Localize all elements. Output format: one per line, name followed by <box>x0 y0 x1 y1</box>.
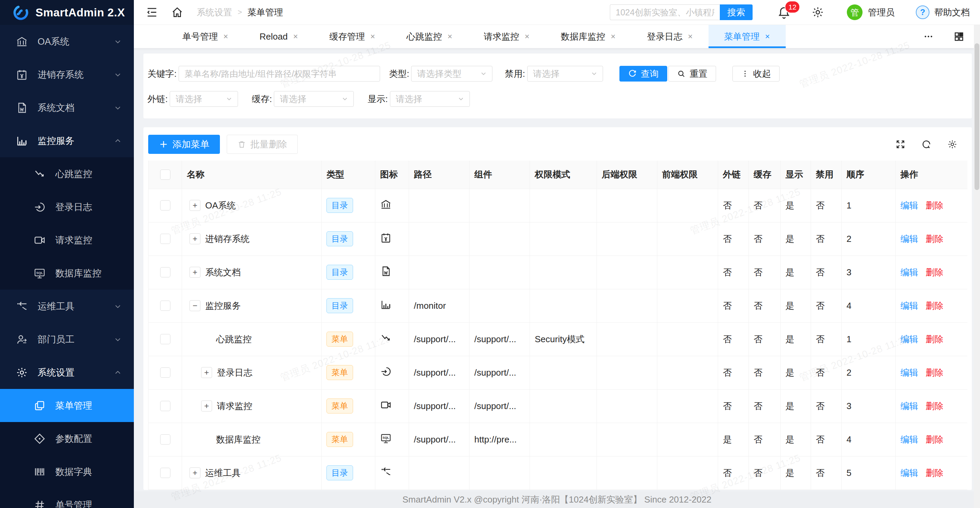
tab-heartbeat[interactable]: 心跳监控× <box>391 25 468 48</box>
type-tag: 菜单 <box>326 332 353 347</box>
sidebar-item-invoicing[interactable]: 进销存系统 <box>0 58 134 91</box>
keyword-input[interactable] <box>178 66 380 81</box>
row-checkbox[interactable] <box>160 300 170 311</box>
edit-link[interactable]: 编辑 <box>900 401 918 411</box>
close-icon[interactable]: × <box>447 32 452 41</box>
external-select[interactable]: 请选择 <box>170 91 238 107</box>
tab-cache-manage[interactable]: 缓存管理× <box>313 25 391 48</box>
type-tag: 目录 <box>326 265 353 280</box>
sidebar-item-settings[interactable]: 系统设置 <box>0 356 134 389</box>
delete-link[interactable]: 删除 <box>926 267 943 277</box>
settings-gear-icon[interactable] <box>811 6 824 19</box>
expand-toggle[interactable]: + <box>189 233 200 244</box>
fullscreen-icon[interactable] <box>895 139 905 149</box>
batch-delete-button[interactable]: 批量删除 <box>227 135 298 154</box>
edit-link[interactable]: 编辑 <box>900 234 918 244</box>
collapse-sidebar-icon[interactable] <box>145 6 158 19</box>
query-button[interactable]: 查询 <box>619 66 667 81</box>
tab-order-manage[interactable]: 单号管理× <box>167 25 244 48</box>
tabs-grid-icon[interactable] <box>953 31 964 42</box>
avatar[interactable]: 管 <box>847 5 862 20</box>
tab-reload[interactable]: Reload× <box>244 25 313 48</box>
edit-link[interactable]: 编辑 <box>900 334 918 344</box>
close-icon[interactable]: × <box>223 32 228 41</box>
delete-link[interactable]: 删除 <box>926 367 943 378</box>
tab-db-monitor[interactable]: 数据库监控× <box>545 25 631 48</box>
delete-link[interactable]: 删除 <box>926 401 943 411</box>
cache-select[interactable]: 请选择 <box>274 91 354 107</box>
collapse-toggle[interactable]: − <box>189 300 200 311</box>
row-checkbox[interactable] <box>160 401 170 411</box>
delete-link[interactable]: 删除 <box>926 434 943 444</box>
global-search-button[interactable]: 搜索 <box>720 5 752 20</box>
home-icon[interactable] <box>171 6 184 19</box>
row-checkbox[interactable] <box>160 200 170 211</box>
sidebar-item-monitor[interactable]: 监控服务 <box>0 124 134 157</box>
expand-toggle[interactable]: + <box>189 200 200 211</box>
row-checkbox[interactable] <box>160 434 170 444</box>
app-logo[interactable]: SmartAdmin 2.X <box>0 0 134 25</box>
expand-toggle[interactable]: + <box>189 467 200 478</box>
type-select[interactable]: 请选择类型 <box>411 66 492 81</box>
sidebar-item-label: 心跳监控 <box>55 168 92 180</box>
row-checkbox[interactable] <box>160 367 170 378</box>
close-icon[interactable]: × <box>293 32 298 41</box>
edit-link[interactable]: 编辑 <box>900 367 918 378</box>
column-settings-icon[interactable] <box>947 139 958 149</box>
delete-link[interactable]: 删除 <box>926 468 943 478</box>
delete-link[interactable]: 删除 <box>926 334 943 344</box>
reload-icon[interactable] <box>921 139 932 149</box>
help-docs-link[interactable]: 帮助文档 <box>934 6 970 18</box>
sidebar-item-data-dict[interactable]: 数据字典 <box>0 455 134 488</box>
collapse-filters-button[interactable]: 收起 <box>732 66 780 81</box>
sidebar-item-request-monitor[interactable]: 请求监控 <box>0 224 134 257</box>
edit-link[interactable]: 编辑 <box>900 300 918 311</box>
reset-button[interactable]: 重置 <box>668 66 716 81</box>
sidebar-item-docs[interactable]: 系统文档 <box>0 91 134 124</box>
tab-login-log[interactable]: 登录日志× <box>632 25 708 48</box>
edit-link[interactable]: 编辑 <box>900 468 918 478</box>
sidebar-item-menu-manage[interactable]: 菜单管理 <box>0 389 134 422</box>
show-select[interactable]: 请选择 <box>390 91 470 107</box>
sidebar-item-login-log[interactable]: 登录日志 <box>0 190 134 224</box>
sidebar-item-label: 监控服务 <box>38 135 75 147</box>
edit-link[interactable]: 编辑 <box>900 267 918 277</box>
sidebar-item-oa[interactable]: OA系统 <box>0 25 134 58</box>
tab-request-monitor[interactable]: 请求监控× <box>468 25 545 48</box>
expand-toggle[interactable]: + <box>189 267 200 278</box>
row-checkbox[interactable] <box>160 234 170 244</box>
notifications[interactable]: 12 <box>777 5 791 19</box>
delete-link[interactable]: 删除 <box>926 300 943 311</box>
col-disabled: 禁用 <box>811 161 842 189</box>
tab-menu-manage[interactable]: 菜单管理× <box>708 25 786 48</box>
sidebar-item-order-no[interactable]: 单号管理 <box>0 488 134 508</box>
user-name[interactable]: 管理员 <box>868 6 895 18</box>
close-icon[interactable]: × <box>525 32 529 41</box>
global-search-input[interactable] <box>610 5 720 20</box>
select-all-checkbox[interactable] <box>160 170 170 180</box>
sidebar-item-db-monitor[interactable]: SQL 数据库监控 <box>0 257 134 290</box>
edit-link[interactable]: 编辑 <box>900 200 918 211</box>
close-icon[interactable]: × <box>370 32 375 41</box>
close-icon[interactable]: × <box>611 32 615 41</box>
sidebar-item-ops-tools[interactable]: 运维工具 <box>0 290 134 323</box>
sidebar-item-staff[interactable]: 部门员工 <box>0 323 134 356</box>
delete-link[interactable]: 删除 <box>926 234 943 244</box>
expand-toggle[interactable]: + <box>201 400 212 411</box>
add-menu-button[interactable]: 添加菜单 <box>148 135 220 154</box>
sidebar-item-param-config[interactable]: 参数配置 <box>0 422 134 455</box>
edit-link[interactable]: 编辑 <box>900 434 918 444</box>
close-icon[interactable]: × <box>688 32 693 41</box>
vertical-scrollbar[interactable] <box>974 25 980 508</box>
expand-toggle[interactable]: + <box>201 367 212 378</box>
close-icon[interactable]: × <box>765 32 770 41</box>
row-checkbox[interactable] <box>160 468 170 478</box>
sidebar-item-heartbeat[interactable]: 心跳监控 <box>0 157 134 190</box>
delete-link[interactable]: 删除 <box>926 200 943 211</box>
svg-text:SQL: SQL <box>383 436 389 440</box>
disabled-select[interactable]: 请选择 <box>527 66 603 81</box>
row-checkbox[interactable] <box>160 267 170 277</box>
tabs-more-icon[interactable] <box>923 32 934 41</box>
scrollbar-thumb[interactable] <box>975 43 979 190</box>
row-checkbox[interactable] <box>160 334 170 344</box>
